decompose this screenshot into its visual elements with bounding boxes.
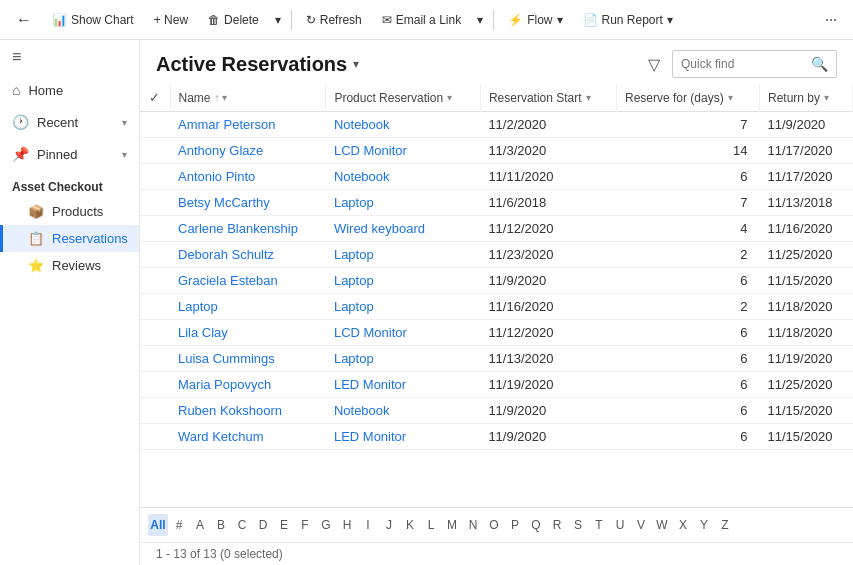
- delete-icon: 🗑: [208, 13, 220, 27]
- row-checkbox-cell-8[interactable]: [140, 320, 170, 346]
- row-product-link-12[interactable]: LED Monitor: [334, 429, 406, 444]
- row-product-link-3[interactable]: Laptop: [334, 195, 374, 210]
- row-name-link-0[interactable]: Ammar Peterson: [178, 117, 276, 132]
- row-name-link-1[interactable]: Anthony Glaze: [178, 143, 263, 158]
- col-header-name: Name ↑ ▾: [170, 84, 326, 112]
- alpha-btn-#[interactable]: #: [169, 514, 189, 536]
- alpha-btn-a[interactable]: A: [190, 514, 210, 536]
- filter-button[interactable]: ▽: [644, 51, 664, 78]
- alpha-btn-n[interactable]: N: [463, 514, 483, 536]
- email-dropdown-button[interactable]: ▾: [473, 9, 487, 31]
- alpha-btn-m[interactable]: M: [442, 514, 462, 536]
- row-checkbox-cell-11[interactable]: [140, 398, 170, 424]
- alpha-btn-b[interactable]: B: [211, 514, 231, 536]
- sidebar-item-reservations[interactable]: 📋 Reservations: [0, 225, 139, 252]
- quick-find-input[interactable]: [673, 57, 803, 71]
- row-product-link-1[interactable]: LCD Monitor: [334, 143, 407, 158]
- delete-button[interactable]: 🗑 Delete: [200, 9, 267, 31]
- row-product-link-8[interactable]: LCD Monitor: [334, 325, 407, 340]
- show-chart-button[interactable]: 📊 Show Chart: [44, 9, 142, 31]
- product-sort-icon[interactable]: ▾: [447, 92, 452, 103]
- row-name-link-10[interactable]: Maria Popovych: [178, 377, 271, 392]
- quick-find-search-button[interactable]: 🔍: [803, 56, 836, 72]
- row-checkbox-cell-4[interactable]: [140, 216, 170, 242]
- title-chevron-icon[interactable]: ▾: [353, 57, 359, 71]
- email-link-button[interactable]: ✉ Email a Link: [374, 9, 469, 31]
- row-name-link-5[interactable]: Deborah Schultz: [178, 247, 274, 262]
- alpha-btn-c[interactable]: C: [232, 514, 252, 536]
- alpha-btn-k[interactable]: K: [400, 514, 420, 536]
- alpha-btn-g[interactable]: G: [316, 514, 336, 536]
- row-name-link-7[interactable]: Laptop: [178, 299, 218, 314]
- row-checkbox-cell-10[interactable]: [140, 372, 170, 398]
- row-name-link-2[interactable]: Antonio Pinto: [178, 169, 255, 184]
- row-product-link-11[interactable]: Notebook: [334, 403, 390, 418]
- row-name-link-9[interactable]: Luisa Cummings: [178, 351, 275, 366]
- row-name-link-12[interactable]: Ward Ketchum: [178, 429, 264, 444]
- row-product-link-6[interactable]: Laptop: [334, 273, 374, 288]
- row-name-link-3[interactable]: Betsy McCarthy: [178, 195, 270, 210]
- row-checkbox-cell-1[interactable]: [140, 138, 170, 164]
- row-checkbox-cell-9[interactable]: [140, 346, 170, 372]
- alpha-btn-z[interactable]: Z: [715, 514, 735, 536]
- row-checkbox-cell-7[interactable]: [140, 294, 170, 320]
- new-button[interactable]: + New: [146, 9, 196, 31]
- alpha-btn-d[interactable]: D: [253, 514, 273, 536]
- alpha-btn-r[interactable]: R: [547, 514, 567, 536]
- sidebar: ≡ ⌂ Home 🕐 Recent ▾ 📌 Pinned ▾ Asset Che…: [0, 40, 140, 565]
- alpha-btn-l[interactable]: L: [421, 514, 441, 536]
- more-button[interactable]: ⋯: [817, 9, 845, 31]
- row-name-cell-3: Betsy McCarthy: [170, 190, 326, 216]
- row-product-link-4[interactable]: Wired keyboard: [334, 221, 425, 236]
- alpha-btn-j[interactable]: J: [379, 514, 399, 536]
- sidebar-item-recent[interactable]: 🕐 Recent ▾: [0, 106, 139, 138]
- row-product-link-2[interactable]: Notebook: [334, 169, 390, 184]
- alpha-btn-p[interactable]: P: [505, 514, 525, 536]
- row-checkbox-cell-0[interactable]: [140, 112, 170, 138]
- sidebar-item-pinned[interactable]: 📌 Pinned ▾: [0, 138, 139, 170]
- delete-dropdown-button[interactable]: ▾: [271, 9, 285, 31]
- row-name-link-6[interactable]: Graciela Esteban: [178, 273, 278, 288]
- alpha-btn-w[interactable]: W: [652, 514, 672, 536]
- header-check-icon[interactable]: ✓: [149, 90, 160, 105]
- flow-button[interactable]: ⚡ Flow ▾: [500, 9, 570, 31]
- alpha-btn-f[interactable]: F: [295, 514, 315, 536]
- alpha-btn-q[interactable]: Q: [526, 514, 546, 536]
- sidebar-item-reviews[interactable]: ⭐ Reviews: [0, 252, 139, 279]
- name-sort-icon[interactable]: ↑ ▾: [215, 92, 228, 103]
- alpha-btn-all[interactable]: All: [148, 514, 168, 536]
- alpha-btn-u[interactable]: U: [610, 514, 630, 536]
- row-checkbox-cell-2[interactable]: [140, 164, 170, 190]
- start-sort-icon[interactable]: ▾: [586, 92, 591, 103]
- alpha-btn-t[interactable]: T: [589, 514, 609, 536]
- row-checkbox-cell-12[interactable]: [140, 424, 170, 450]
- hamburger-icon[interactable]: ≡: [0, 40, 139, 74]
- refresh-button[interactable]: ↻ Refresh: [298, 9, 370, 31]
- row-checkbox-cell-6[interactable]: [140, 268, 170, 294]
- alpha-btn-o[interactable]: O: [484, 514, 504, 536]
- return-sort-icon[interactable]: ▾: [824, 92, 829, 103]
- row-name-link-4[interactable]: Carlene Blankenship: [178, 221, 298, 236]
- alpha-btn-e[interactable]: E: [274, 514, 294, 536]
- alpha-btn-y[interactable]: Y: [694, 514, 714, 536]
- alpha-btn-h[interactable]: H: [337, 514, 357, 536]
- sidebar-item-products[interactable]: 📦 Products: [0, 198, 139, 225]
- row-product-link-7[interactable]: Laptop: [334, 299, 374, 314]
- back-button[interactable]: ←: [8, 7, 40, 33]
- row-checkbox-cell-3[interactable]: [140, 190, 170, 216]
- sidebar-item-home[interactable]: ⌂ Home: [0, 74, 139, 106]
- alpha-btn-x[interactable]: X: [673, 514, 693, 536]
- row-return-cell-6: 11/15/2020: [760, 268, 853, 294]
- row-name-link-11[interactable]: Ruben Kokshoorn: [178, 403, 282, 418]
- alpha-btn-v[interactable]: V: [631, 514, 651, 536]
- row-checkbox-cell-5[interactable]: [140, 242, 170, 268]
- row-product-link-10[interactable]: LED Monitor: [334, 377, 406, 392]
- row-product-link-0[interactable]: Notebook: [334, 117, 390, 132]
- days-sort-icon[interactable]: ▾: [728, 92, 733, 103]
- run-report-button[interactable]: 📄 Run Report ▾: [575, 9, 681, 31]
- row-product-link-9[interactable]: Laptop: [334, 351, 374, 366]
- row-product-link-5[interactable]: Laptop: [334, 247, 374, 262]
- alpha-btn-s[interactable]: S: [568, 514, 588, 536]
- row-name-link-8[interactable]: Lila Clay: [178, 325, 228, 340]
- alpha-btn-i[interactable]: I: [358, 514, 378, 536]
